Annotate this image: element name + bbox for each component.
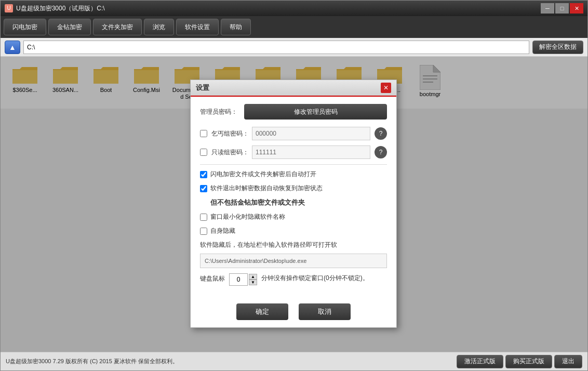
readonly-password-input[interactable] [252,145,370,159]
keyboard-label: 键盘鼠标 [200,273,225,283]
address-bar: ▲ 解密全区数据 [1,38,587,57]
exit-button[interactable]: 退出 [554,355,582,368]
auto-restore-label: 软件退出时解密数据自动恢复到加密状态 [210,184,323,193]
self-hide-row: 自身隐藏 [200,227,387,235]
settings-dialog: 设置 ✕ 管理员密码： 修改管理员密码 乞丐组密码： ? [190,80,397,328]
status-buttons: 激活正式版 购买正式版 退出 [457,355,582,368]
separator [200,164,387,165]
app-icon: U [5,4,13,12]
software-path-input[interactable] [200,254,387,268]
lazy-password-label: 乞丐组密码： [211,129,248,138]
status-text: U盘超级加密3000 7.29 版权所有 (C) 2015 夏冰软件 保留全部权… [6,357,178,365]
dialog-close-button[interactable]: ✕ [381,83,391,93]
dialog-cancel-button[interactable]: 取消 [299,303,351,320]
admin-password-row: 管理员密码： 修改管理员密码 [200,104,387,120]
title-buttons: ─ □ ✕ [541,3,583,14]
main-window: U U盘超级加密3000（试用版）C:\ ─ □ ✕ 闪电加密 金钻加密 文件夹… [0,0,588,371]
lazy-password-checkbox[interactable] [200,130,207,137]
up-directory-button[interactable]: ▲ [5,41,20,54]
software-settings-button[interactable]: 软件设置 [176,19,219,35]
dialog-title: 设置 [196,83,209,92]
activate-button[interactable]: 激活正式版 [457,355,503,368]
window-title: U盘超级加密3000（试用版）C:\ [16,4,105,13]
readonly-password-checkbox[interactable] [200,149,207,156]
address-input[interactable] [23,41,529,54]
help-button[interactable]: 帮助 [221,19,251,35]
nav-bar: 闪电加密 金钻加密 文件夹加密 浏览 软件设置 帮助 [1,16,587,38]
readonly-password-help-button[interactable]: ? [375,146,387,158]
buy-button[interactable]: 购买正式版 [505,355,552,368]
sub-note: 但不包括金钻加密文件或文件夹 [210,198,387,207]
modify-admin-password-button[interactable]: 修改管理员密码 [244,104,387,120]
lazy-password-help-button[interactable]: ? [375,127,387,140]
auto-restore-checkbox[interactable] [200,185,207,192]
decrypt-all-button[interactable]: 解密全区数据 [532,41,583,54]
hide-description: 软件隐藏后，在地址栏中输入软件路径即可打开软 [200,241,387,249]
file-encrypt-button[interactable]: 文件夹加密 [93,19,142,35]
title-bar: U U盘超级加密3000（试用版）C:\ ─ □ ✕ [1,1,587,16]
minute-wrapper: ▲ ▼ [229,273,257,286]
flash-encrypt-button[interactable]: 闪电加密 [4,19,46,35]
lazy-password-row: 乞丐组密码： ? [200,127,387,140]
minute-spinner: ▲ ▼ [249,274,257,285]
admin-password-label: 管理员密码： [200,108,239,116]
keyboard-description: 分钟没有操作锁定窗口(0分钟不锁定)。 [261,273,387,283]
dialog-body: 管理员密码： 修改管理员密码 乞丐组密码： ? 只读组密码： ? [191,97,396,298]
auto-restore-row: 软件退出时解密数据自动恢复到加密状态 [200,184,387,193]
browse-button[interactable]: 浏览 [144,19,174,35]
auto-open-row: 闪电加密文件或文件夹解密后自动打开 [200,170,387,179]
hide-name-checkbox[interactable] [200,214,207,221]
maximize-button[interactable]: □ [555,3,569,14]
hide-name-label: 窗口最小化时隐藏软件名称 [210,213,285,221]
status-bar: U盘超级加密3000 7.29 版权所有 (C) 2015 夏冰软件 保留全部权… [1,352,587,370]
self-hide-label: 自身隐藏 [210,227,235,235]
title-bar-left: U U盘超级加密3000（试用版）C:\ [5,4,105,13]
minute-input[interactable] [229,273,248,286]
auto-open-checkbox[interactable] [200,171,207,178]
path-row [200,254,387,268]
auto-open-label: 闪电加密文件或文件夹解密后自动打开 [210,170,316,179]
gold-encrypt-button[interactable]: 金钻加密 [48,19,91,35]
keyboard-lock-row: 键盘鼠标 ▲ ▼ 分钟没有操作锁定窗口(0分钟不锁定)。 [200,273,387,286]
window-close-button[interactable]: ✕ [570,3,583,14]
dialog-title-bar: 设置 ✕ [191,80,396,97]
spin-up-button[interactable]: ▲ [249,274,257,280]
hide-name-row: 窗口最小化时隐藏软件名称 [200,213,387,221]
spin-down-button[interactable]: ▼ [249,280,257,285]
dialog-footer: 确定 取消 [191,298,396,327]
readonly-password-row: 只读组密码： ? [200,145,387,159]
dialog-ok-button[interactable]: 确定 [236,303,288,320]
lazy-password-input[interactable] [252,127,370,140]
readonly-password-label: 只读组密码： [211,148,248,157]
minimize-button[interactable]: ─ [541,3,554,14]
self-hide-checkbox[interactable] [200,228,207,235]
